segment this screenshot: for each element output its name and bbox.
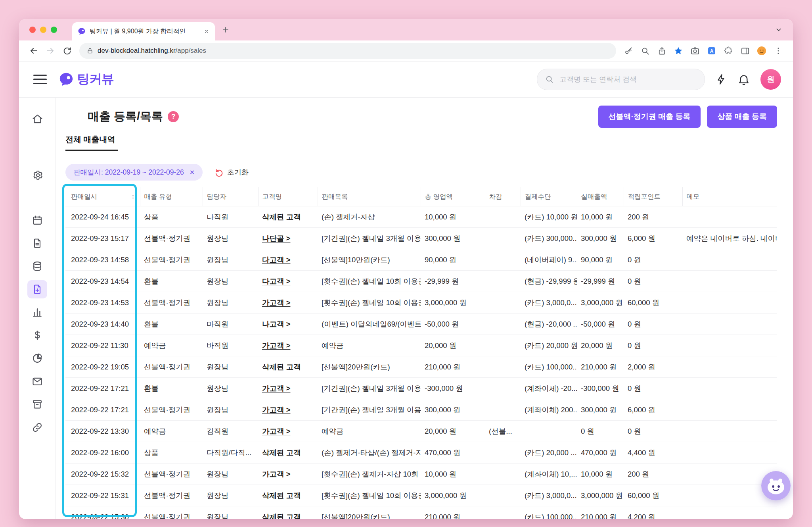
sidebar-item-home[interactable]: [27, 110, 47, 128]
page-title: 매출 등록/목록: [88, 109, 163, 125]
cell-customer[interactable]: 다고객 >: [258, 249, 318, 271]
sidebar-item-database[interactable]: [27, 257, 47, 275]
new-tab-button[interactable]: [221, 25, 230, 34]
account-avatar[interactable]: 원: [760, 69, 781, 90]
reset-filters-button[interactable]: 초기화: [214, 167, 249, 177]
cell-sale-date: 2022-09-23 15:17: [65, 228, 140, 249]
password-key-button[interactable]: [620, 42, 637, 59]
cell-sale-type: 상품: [140, 206, 203, 228]
cell-gross: -29,999 원: [421, 271, 485, 292]
notifications-button[interactable]: [737, 73, 750, 86]
quick-action-button[interactable]: [715, 73, 727, 85]
cell-staff: 원장님: [203, 249, 258, 271]
table-row[interactable]: 2022-09-22 17:21 환불 원장님 가고객 > [기간권](손) 젤…: [65, 378, 777, 399]
mail-icon: [32, 376, 43, 387]
help-button[interactable]: ?: [168, 111, 179, 122]
back-button[interactable]: [25, 42, 42, 59]
share-button[interactable]: [653, 42, 670, 59]
screenshot-extension-button[interactable]: [687, 42, 703, 59]
sidebar-item-sales-register[interactable]: [27, 280, 47, 298]
cell-deduction: [485, 335, 521, 356]
cell-customer[interactable]: 가고객 >: [258, 378, 318, 399]
table-row[interactable]: 2022-09-22 17:21 선불액·정기권 원장님 가고객 > [기간권]…: [65, 399, 777, 421]
browser-tab[interactable]: 팅커뷰 | 월 9,900원 가장 합리적인: [72, 22, 215, 40]
table-row[interactable]: 2022-09-22 11:30 예약금 바직원 가고객 > 예약금 20,00…: [65, 335, 777, 356]
table-row[interactable]: 2022-09-22 15:30 선불액·정기권 원장님 삭제된 고객 [선불액…: [65, 506, 777, 519]
app-header: 팅커뷰 원: [19, 62, 793, 98]
sidebar-item-documents[interactable]: [27, 234, 47, 252]
cell-customer[interactable]: 가고객 >: [258, 421, 318, 442]
browser-profile-button[interactable]: [753, 42, 770, 59]
sort-icon[interactable]: [130, 194, 136, 200]
table-row[interactable]: 2022-09-24 16:45 상품 나직원 삭제된 고객 (손) 젤제거-자…: [65, 206, 777, 228]
reload-button[interactable]: [59, 42, 75, 59]
bookmark-button[interactable]: [670, 42, 687, 59]
cell-memo: [682, 292, 777, 314]
cell-customer[interactable]: 가고객 >: [258, 464, 318, 485]
prepaid-sales-register-button[interactable]: 선불액·정기권 매출 등록: [598, 106, 701, 128]
cell-customer[interactable]: 다고객 >: [258, 271, 318, 292]
tab-search-button[interactable]: [775, 26, 783, 34]
customer-search-box[interactable]: [537, 69, 705, 90]
sidebar-item-payments[interactable]: [27, 326, 47, 344]
table-row[interactable]: 2022-09-22 13:30 예약금 김직원 가고객 > 예약금 20,00…: [65, 421, 777, 442]
search-input[interactable]: [559, 75, 697, 84]
col-header-sale-date[interactable]: 판매일시: [65, 187, 140, 206]
close-window-button[interactable]: [29, 27, 36, 33]
sidebar-item-links[interactable]: [27, 418, 47, 437]
reload-icon: [63, 46, 72, 56]
cell-deduction: [485, 399, 521, 421]
table-row[interactable]: 2022-09-22 16:00 상품 다직원/다직... 삭제된 고객 (손)…: [65, 442, 777, 464]
svg-text:A: A: [710, 48, 714, 54]
maximize-window-button[interactable]: [51, 27, 57, 33]
col-header-deduction: 차감: [485, 187, 521, 206]
table-row[interactable]: 2022-09-23 14:40 환불 마직원 나고객 > (이벤트) 이달의네…: [65, 314, 777, 335]
table-row[interactable]: 2022-09-22 15:31 선불액·정기권 원장님 삭제된 고객 [횟수권…: [65, 485, 777, 506]
cell-customer[interactable]: 나고객 >: [258, 314, 318, 335]
app-root: 팅커뷰 원: [19, 62, 793, 519]
bar-chart-icon: [32, 307, 43, 318]
address-bar[interactable]: dev-blockdeal.hatchling.kr/app/sales: [79, 43, 616, 59]
table-row[interactable]: 2022-09-23 14:58 선불액·정기권 원장님 다고객 > [선불액]…: [65, 249, 777, 271]
forward-button[interactable]: [42, 42, 59, 59]
cell-gross: 210,000 원: [421, 356, 485, 378]
date-filter-chip[interactable]: 판매일시: 2022-09-19 ~ 2022-09-26 ✕: [65, 164, 203, 181]
cell-customer[interactable]: 가고객 >: [258, 335, 318, 356]
table-row[interactable]: 2022-09-23 15:17 선불액·정기권 원장님 나단골 > [기간권]…: [65, 228, 777, 249]
col-header-gross: 총 영업액: [421, 187, 485, 206]
sidebar-item-reports[interactable]: [27, 349, 47, 367]
minimize-window-button[interactable]: [40, 27, 46, 33]
sidebar-item-messages[interactable]: [27, 372, 47, 390]
cell-customer[interactable]: 가고객 >: [258, 399, 318, 421]
cell-payment: (카드) 10,000 원: [521, 206, 577, 228]
remove-filter-icon[interactable]: ✕: [190, 169, 195, 176]
sidebar-item-archive[interactable]: [27, 395, 47, 414]
col-header-staff: 담당자: [203, 187, 258, 206]
table-row[interactable]: 2022-09-23 14:53 선불액·정기권 원장님 가고객 > [횟수권]…: [65, 292, 777, 314]
sidebar-item-statistics[interactable]: [27, 303, 47, 321]
tab-all-sales[interactable]: 전체 매출내역: [65, 134, 118, 151]
close-tab-icon[interactable]: [204, 29, 209, 34]
cell-points: 0 원: [624, 335, 682, 356]
cell-deduction: [485, 506, 521, 519]
cell-customer[interactable]: 가고객 >: [258, 292, 318, 314]
product-sales-register-button[interactable]: 상품 매출 등록: [707, 106, 777, 128]
translate-extension-button[interactable]: A: [703, 42, 720, 59]
chat-widget-button[interactable]: [761, 471, 791, 500]
extensions-button[interactable]: [720, 42, 737, 59]
table-row[interactable]: 2022-09-22 19:05 선불액·정기권 원장님 삭제된 고객 [선불액…: [65, 356, 777, 378]
zoom-button[interactable]: [637, 42, 653, 59]
cell-customer[interactable]: 나단골 >: [258, 228, 318, 249]
table-row[interactable]: 2022-09-22 15:32 선불액·정기권 원장님 가고객 > [횟수권]…: [65, 464, 777, 485]
side-panel-button[interactable]: [737, 42, 753, 59]
sidebar-item-calendar[interactable]: [27, 211, 47, 229]
hamburger-menu-button[interactable]: [33, 75, 47, 85]
browser-menu-button[interactable]: [770, 42, 787, 59]
table-row[interactable]: 2022-09-23 14:54 환불 원장님 다고객 > [횟수권](손) 젤…: [65, 271, 777, 292]
app-logo[interactable]: 팅커뷰: [59, 71, 114, 88]
cell-sale-date: 2022-09-22 17:21: [65, 399, 140, 421]
sidebar-item-settings[interactable]: [27, 166, 47, 184]
cell-sale-type: 환불: [140, 271, 203, 292]
cell-memo: [682, 399, 777, 421]
cell-deduction: [485, 442, 521, 464]
